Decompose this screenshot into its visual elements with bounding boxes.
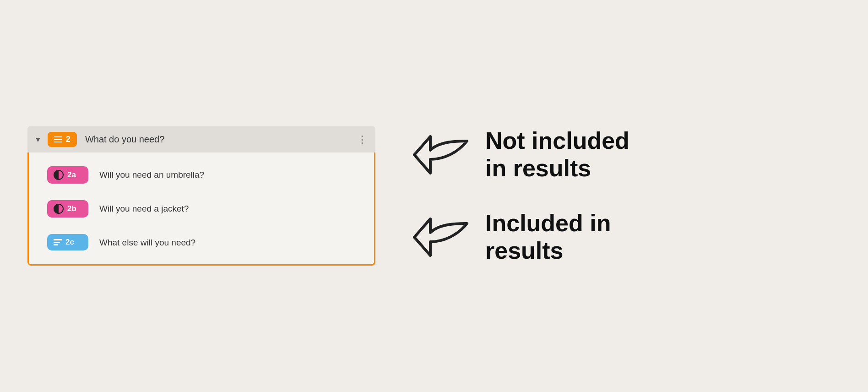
badge-number: 2 bbox=[66, 135, 71, 144]
half-circle-icon bbox=[54, 170, 64, 180]
sub-question-text-2b: Will you need a jacket? bbox=[99, 200, 189, 215]
sub-question-2b[interactable]: 2b Will you need a jacket? bbox=[47, 200, 356, 218]
sub-question-2c[interactable]: 2c What else will you need? bbox=[47, 234, 356, 250]
sub-question-2a[interactable]: 2a Will you need an umbrella? bbox=[47, 166, 356, 184]
badge-2c: 2c bbox=[47, 234, 88, 250]
badge-2b: 2b bbox=[47, 200, 88, 218]
list-icon bbox=[54, 136, 62, 143]
question-content: 2a Will you need an umbrella? 2b Will yo… bbox=[27, 152, 375, 266]
right-panel: Not includedin results Included inresult… bbox=[375, 127, 841, 265]
lines-icon-2c bbox=[54, 239, 62, 245]
question-title: What do you need? bbox=[85, 134, 353, 145]
question-badge: 2 bbox=[48, 132, 77, 147]
left-panel: ▼ 2 What do you need? ⋮ 2a Will you need… bbox=[27, 126, 375, 266]
chevron-icon[interactable]: ▼ bbox=[35, 136, 41, 143]
badge-label-2c: 2c bbox=[65, 238, 74, 247]
sub-question-text-2c: What else will you need? bbox=[99, 234, 195, 249]
badge-2a: 2a bbox=[47, 166, 88, 184]
sub-question-text-2a: Will you need an umbrella? bbox=[99, 166, 204, 181]
question-header[interactable]: ▼ 2 What do you need? ⋮ bbox=[27, 126, 375, 152]
annotation-text-included: Included inresults bbox=[485, 210, 611, 265]
arrow-left-icon-2 bbox=[412, 210, 472, 265]
badge-label-2a: 2a bbox=[67, 170, 76, 180]
annotation-text-not-included: Not includedin results bbox=[485, 127, 629, 182]
annotation-included: Included inresults bbox=[412, 210, 841, 265]
more-options-icon[interactable]: ⋮ bbox=[357, 134, 368, 146]
badge-label-2b: 2b bbox=[67, 204, 76, 213]
annotation-not-included: Not includedin results bbox=[412, 127, 841, 182]
arrow-left-icon-1 bbox=[412, 127, 472, 182]
half-circle-icon-2b bbox=[54, 204, 64, 214]
